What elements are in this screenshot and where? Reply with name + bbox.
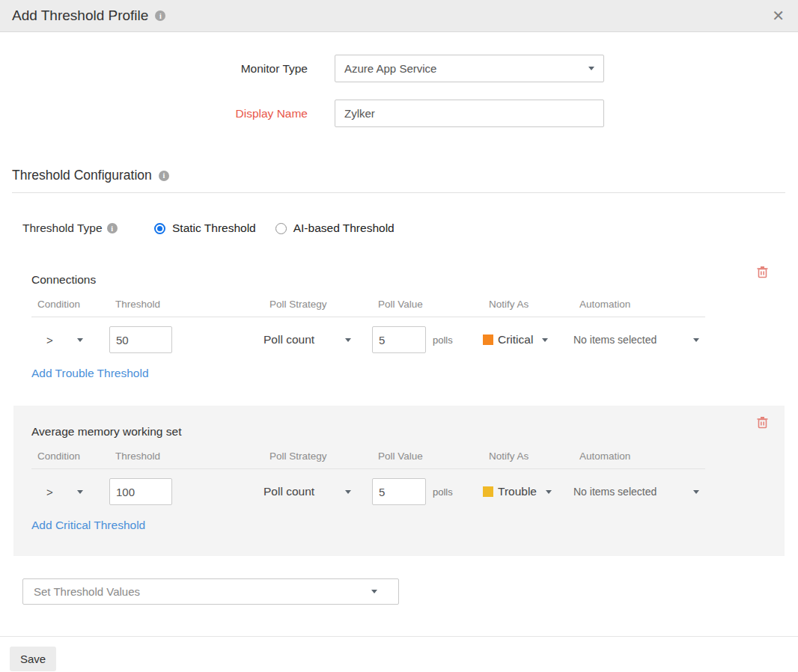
poll-strategy-select[interactable]: Poll count xyxy=(264,485,372,498)
condition-value: > xyxy=(46,486,53,498)
chevron-down-icon xyxy=(77,490,83,494)
threshold-cell xyxy=(109,326,264,353)
radio-ai-based-threshold[interactable]: AI-based Threshold xyxy=(275,222,395,235)
column-header: Notify As xyxy=(483,299,573,310)
threshold-section-memory: Average memory working set Condition Thr… xyxy=(13,406,785,556)
chevron-down-icon xyxy=(546,490,552,494)
threshold-input[interactable] xyxy=(109,326,172,353)
column-header: Notify As xyxy=(483,450,573,462)
condition-value: > xyxy=(46,334,53,346)
display-name-label: Display Name xyxy=(0,107,308,120)
radio-selected-icon xyxy=(154,223,165,234)
profile-form: Monitor Type Azure App Service Display N… xyxy=(0,32,798,127)
trash-icon[interactable] xyxy=(757,416,768,432)
automation-select[interactable]: No items selected xyxy=(573,486,705,498)
severity-swatch xyxy=(483,486,493,497)
dialog-header: Add Threshold Profile i ✕ xyxy=(0,0,798,32)
chevron-down-icon xyxy=(542,338,548,342)
poll-value-input[interactable] xyxy=(372,478,426,505)
info-icon[interactable]: i xyxy=(155,10,165,21)
info-icon[interactable]: i xyxy=(107,223,118,233)
column-header: Condition xyxy=(31,299,109,310)
column-header: Automation xyxy=(573,450,705,462)
poll-strategy-value: Poll count xyxy=(264,333,314,346)
automation-value: No items selected xyxy=(573,486,657,498)
trash-icon[interactable] xyxy=(757,266,768,281)
chevron-down-icon xyxy=(693,338,699,342)
column-header: Poll Value xyxy=(372,299,483,310)
threshold-section-connections: Connections Condition Threshold Poll Str… xyxy=(13,261,785,400)
radio-unselected-icon xyxy=(275,223,287,234)
threshold-row: > Poll count polls Trouble No items sele… xyxy=(31,478,705,505)
chevron-down-icon xyxy=(77,338,83,342)
notify-as-select[interactable]: Trouble xyxy=(483,485,573,498)
threshold-type-label: Threshold Type xyxy=(22,222,103,235)
chevron-down-icon xyxy=(693,490,699,494)
radio-label: Static Threshold xyxy=(172,222,256,235)
save-button[interactable]: Save xyxy=(10,647,56,671)
section-title: Threshold Configuration xyxy=(12,168,152,183)
chevron-down-icon xyxy=(345,490,351,494)
metric-title: Average memory working set xyxy=(31,425,767,439)
poll-value-cell: polls xyxy=(372,478,483,505)
poll-value-cell: polls xyxy=(372,326,483,353)
display-name-field xyxy=(335,100,604,127)
threshold-cell xyxy=(109,478,264,505)
chevron-down-icon xyxy=(345,338,351,342)
column-header: Condition xyxy=(31,450,109,462)
radio-static-threshold[interactable]: Static Threshold xyxy=(154,222,256,235)
poll-unit-label: polls xyxy=(433,486,453,498)
chevron-down-icon xyxy=(588,67,594,70)
column-header: Poll Strategy xyxy=(264,299,372,310)
poll-value-input[interactable] xyxy=(372,326,426,353)
add-critical-threshold-link[interactable]: Add Critical Threshold xyxy=(31,519,145,532)
column-header: Automation xyxy=(573,299,705,310)
table-header: Condition Threshold Poll Strategy Poll V… xyxy=(31,299,705,317)
divider xyxy=(0,636,798,637)
display-name-input[interactable] xyxy=(344,107,594,120)
radio-label: AI-based Threshold xyxy=(293,222,395,235)
poll-unit-label: polls xyxy=(433,335,453,346)
metric-title: Connections xyxy=(31,273,767,287)
notify-as-value: Critical xyxy=(498,333,533,346)
threshold-row: > Poll count polls Critical No items sel… xyxy=(31,326,705,353)
condition-select[interactable]: > xyxy=(31,334,109,346)
threshold-input[interactable] xyxy=(109,478,172,505)
page-title: Add Threshold Profile xyxy=(12,7,148,24)
table-header: Condition Threshold Poll Strategy Poll V… xyxy=(31,450,705,469)
threshold-type-row: Threshold Type i Static Threshold AI-bas… xyxy=(22,222,798,235)
poll-strategy-select[interactable]: Poll count xyxy=(264,333,372,346)
display-name-row: Display Name xyxy=(0,100,798,127)
info-icon[interactable]: i xyxy=(159,171,169,181)
column-header: Threshold xyxy=(109,299,264,310)
poll-strategy-value: Poll count xyxy=(264,485,314,498)
condition-select[interactable]: > xyxy=(31,486,109,498)
divider xyxy=(12,192,785,193)
severity-swatch xyxy=(483,335,493,345)
monitor-type-value: Azure App Service xyxy=(344,62,436,75)
column-header: Poll Strategy xyxy=(264,450,372,462)
set-threshold-values-select[interactable]: Set Threshold Values xyxy=(22,578,399,605)
notify-as-select[interactable]: Critical xyxy=(483,333,573,346)
monitor-type-select[interactable]: Azure App Service xyxy=(335,55,604,82)
set-threshold-values-label: Set Threshold Values xyxy=(34,585,140,598)
add-trouble-threshold-link[interactable]: Add Trouble Threshold xyxy=(31,367,149,380)
automation-value: No items selected xyxy=(573,334,657,346)
chevron-down-icon xyxy=(371,590,377,593)
automation-select[interactable]: No items selected xyxy=(573,334,705,346)
notify-as-value: Trouble xyxy=(498,485,537,498)
threshold-type-label-wrap: Threshold Type i xyxy=(22,222,154,235)
column-header: Threshold xyxy=(109,450,264,462)
monitor-type-row: Monitor Type Azure App Service xyxy=(0,55,798,82)
close-icon[interactable]: ✕ xyxy=(772,8,785,23)
threshold-configuration-header: Threshold Configuration i xyxy=(12,168,785,183)
threshold-type-options: Static Threshold AI-based Threshold xyxy=(154,222,395,235)
monitor-type-label: Monitor Type xyxy=(0,62,308,76)
column-header: Poll Value xyxy=(372,450,483,462)
